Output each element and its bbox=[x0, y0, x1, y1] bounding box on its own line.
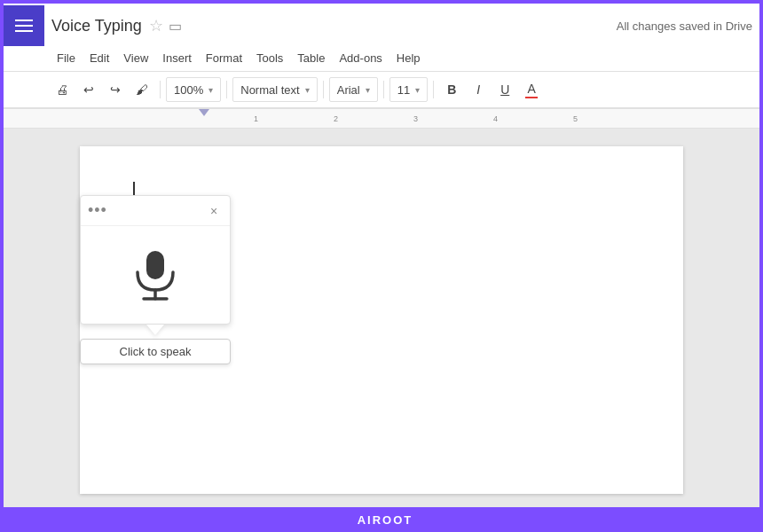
font-value: Arial bbox=[337, 83, 360, 97]
ruler-mark-3: 3 bbox=[413, 114, 418, 123]
microphone-icon bbox=[124, 244, 186, 306]
size-arrow: ▾ bbox=[415, 85, 420, 95]
menu-insert[interactable]: Insert bbox=[155, 48, 199, 68]
menu-bar: File Edit View Insert Format Tools Table… bbox=[4, 44, 759, 71]
hamburger-icon bbox=[15, 20, 33, 32]
zoom-arrow: ▾ bbox=[208, 85, 213, 95]
voice-menu-dots[interactable]: ••• bbox=[88, 201, 205, 220]
svg-rect-0 bbox=[146, 251, 164, 279]
bottom-bar: AIROOT bbox=[4, 507, 763, 532]
zoom-value: 100% bbox=[174, 83, 203, 97]
star-icon[interactable]: ☆ bbox=[149, 16, 163, 35]
voice-close-button[interactable]: × bbox=[205, 202, 223, 220]
toolbar-divider-5 bbox=[433, 81, 434, 98]
print-button[interactable]: 🖨 bbox=[50, 77, 75, 102]
style-arrow: ▾ bbox=[305, 85, 310, 95]
style-select[interactable]: Normal text ▾ bbox=[232, 77, 317, 102]
size-select[interactable]: 11 ▾ bbox=[389, 77, 428, 102]
menu-tools[interactable]: Tools bbox=[249, 48, 290, 68]
toolbar-divider-1 bbox=[160, 81, 161, 98]
font-color-button[interactable]: A bbox=[519, 77, 544, 102]
title-bar: Voice Typing ☆ ▭ All changes saved in Dr… bbox=[4, 4, 759, 44]
ruler-mark-2: 2 bbox=[334, 114, 338, 123]
toolbar-divider-4 bbox=[383, 81, 384, 98]
ruler: 1 2 3 4 5 bbox=[4, 109, 759, 129]
ruler-indent-marker bbox=[199, 109, 209, 116]
paint-format-button[interactable]: 🖌 bbox=[130, 77, 154, 102]
voice-typing-widget: ••• × Click to sp bbox=[80, 195, 231, 364]
toolbar-divider-3 bbox=[323, 81, 324, 98]
menu-view[interactable]: View bbox=[116, 48, 155, 68]
document-area: ••• × Click to sp bbox=[4, 129, 759, 512]
font-color-icon: A bbox=[525, 82, 538, 98]
voice-tooltip-arrow bbox=[146, 325, 164, 335]
menu-file[interactable]: File bbox=[50, 48, 83, 68]
document-page[interactable]: ••• × Click to sp bbox=[80, 146, 683, 494]
folder-icon[interactable]: ▭ bbox=[169, 18, 182, 35]
menu-addons[interactable]: Add-ons bbox=[332, 48, 389, 68]
undo-button[interactable]: ↩ bbox=[76, 77, 101, 102]
font-select[interactable]: Arial ▾ bbox=[329, 77, 378, 102]
ruler-mark-1: 1 bbox=[254, 114, 258, 123]
bottom-bar-title: AIROOT bbox=[358, 513, 413, 527]
ruler-content: 1 2 3 4 5 bbox=[59, 109, 759, 128]
zoom-select[interactable]: 100% ▾ bbox=[166, 77, 221, 102]
menu-table[interactable]: Table bbox=[290, 48, 332, 68]
menu-help[interactable]: Help bbox=[389, 48, 428, 68]
italic-button[interactable]: I bbox=[466, 77, 491, 102]
menu-format[interactable]: Format bbox=[199, 48, 249, 68]
size-value: 11 bbox=[397, 83, 410, 97]
underline-button[interactable]: U bbox=[492, 77, 517, 102]
font-arrow: ▾ bbox=[366, 85, 370, 95]
ruler-mark-5: 5 bbox=[573, 114, 578, 123]
toolbar-divider-2 bbox=[226, 81, 227, 98]
voice-panel: ••• × bbox=[80, 195, 231, 325]
top-bar: Voice Typing ☆ ▭ All changes saved in Dr… bbox=[4, 4, 759, 109]
save-status: All changes saved in Drive bbox=[617, 20, 752, 33]
voice-panel-header: ••• × bbox=[81, 196, 230, 226]
voice-tooltip: Click to speak bbox=[80, 339, 231, 364]
ruler-mark-4: 4 bbox=[493, 114, 498, 123]
redo-button[interactable]: ↪ bbox=[103, 77, 128, 102]
microphone-button[interactable] bbox=[81, 226, 230, 324]
menu-edit[interactable]: Edit bbox=[83, 48, 116, 68]
document-title: Voice Typing bbox=[51, 17, 142, 35]
toolbar: 🖨 ↩ ↪ 🖌 100% ▾ Normal text ▾ Arial ▾ 11 … bbox=[4, 71, 759, 108]
hamburger-button[interactable] bbox=[4, 5, 44, 46]
bold-button[interactable]: B bbox=[439, 77, 464, 102]
style-value: Normal text bbox=[240, 83, 299, 97]
